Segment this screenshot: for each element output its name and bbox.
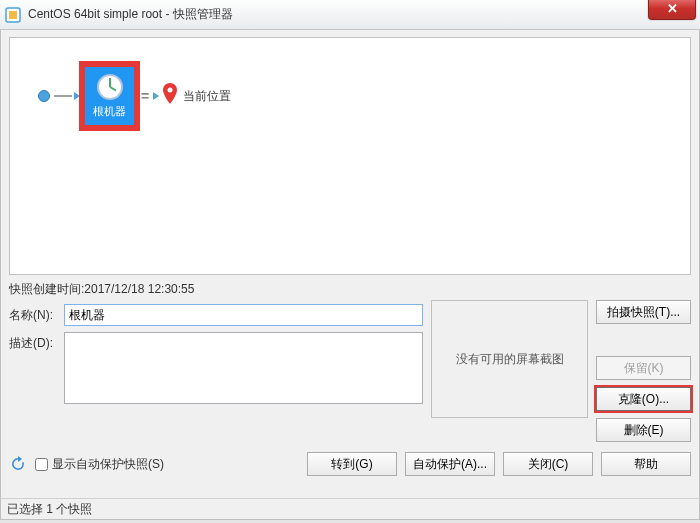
keep-button: 保留(K): [596, 356, 691, 380]
window-body: 根机器 = 当前位置 快照创建时间:2017/12/18 12:30:55 名称…: [0, 30, 700, 498]
titlebar: CentOS 64bit simple root - 快照管理器 ✕: [0, 0, 700, 30]
refresh-button[interactable]: [9, 455, 27, 473]
svg-point-2: [168, 88, 173, 93]
clock-icon: [97, 74, 123, 100]
arrow-icon: [74, 92, 80, 100]
name-row: 名称(N):: [9, 304, 423, 326]
root-node-label: 根机器: [93, 104, 126, 119]
statusbar: 已选择 1 个快照: [0, 498, 700, 520]
side-buttons: 拍摄快照(T)... 保留(K) 克隆(O)... 删除(E): [596, 300, 691, 442]
you-are-here-pin-icon: [161, 83, 179, 109]
equals-icon: =: [141, 88, 149, 104]
window-title: CentOS 64bit simple root - 快照管理器: [28, 6, 233, 23]
created-time-label: 快照创建时间:: [9, 282, 84, 296]
current-position-label: 当前位置: [183, 88, 231, 105]
created-time-row: 快照创建时间:2017/12/18 12:30:55: [9, 281, 423, 298]
delete-button[interactable]: 删除(E): [596, 418, 691, 442]
details-left: 快照创建时间:2017/12/18 12:30:55 名称(N): 描述(D):: [9, 281, 423, 442]
description-input[interactable]: [64, 332, 423, 404]
initial-state-node[interactable]: [38, 90, 50, 102]
take-snapshot-button[interactable]: 拍摄快照(T)...: [596, 300, 691, 324]
screenshot-placeholder-text: 没有可用的屏幕截图: [456, 351, 564, 368]
vmware-icon: [4, 6, 22, 24]
root-snapshot-node[interactable]: 根机器: [82, 64, 137, 128]
show-autoprotect-checkbox[interactable]: [35, 458, 48, 471]
show-autoprotect-label: 显示自动保护快照(S): [52, 456, 164, 473]
description-label: 描述(D):: [9, 332, 64, 352]
goto-button[interactable]: 转到(G): [307, 452, 397, 476]
screenshot-preview: 没有可用的屏幕截图: [431, 300, 588, 418]
created-time-value: 2017/12/18 12:30:55: [84, 282, 194, 296]
name-input[interactable]: [64, 304, 423, 326]
statusbar-text: 已选择 1 个快照: [7, 501, 92, 518]
connector-line: [54, 95, 72, 97]
clone-button[interactable]: 克隆(O)...: [596, 387, 691, 411]
svg-rect-1: [9, 11, 17, 19]
close-window-button[interactable]: ✕: [648, 0, 696, 20]
snapshot-graph[interactable]: 根机器 = 当前位置: [9, 37, 691, 275]
close-icon: ✕: [667, 1, 678, 16]
arrow-icon: [153, 92, 159, 100]
details-section: 快照创建时间:2017/12/18 12:30:55 名称(N): 描述(D):…: [9, 281, 691, 442]
close-button[interactable]: 关闭(C): [503, 452, 593, 476]
autoprotect-button[interactable]: 自动保护(A)...: [405, 452, 495, 476]
refresh-icon: [9, 455, 27, 473]
bottom-buttons: 转到(G) 自动保护(A)... 关闭(C) 帮助: [307, 452, 691, 476]
description-row: 描述(D):: [9, 332, 423, 404]
bottom-bar: 显示自动保护快照(S) 转到(G) 自动保护(A)... 关闭(C) 帮助: [9, 452, 691, 476]
name-label: 名称(N):: [9, 304, 64, 324]
graph-row: 根机器 = 当前位置: [38, 64, 231, 128]
help-button[interactable]: 帮助: [601, 452, 691, 476]
show-autoprotect-checkbox-row[interactable]: 显示自动保护快照(S): [35, 456, 164, 473]
